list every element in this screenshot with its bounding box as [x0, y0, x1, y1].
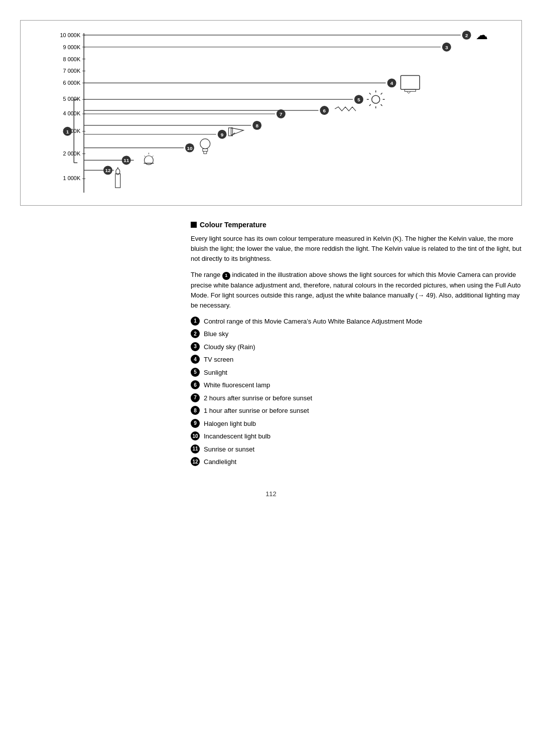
list-item: 2 Blue sky — [191, 329, 522, 339]
svg-text:12: 12 — [105, 168, 111, 173]
list-item: 6 White fluorescent lamp — [191, 380, 522, 390]
page-number: 112 — [20, 490, 522, 498]
section-title: Colour Temperature — [191, 221, 522, 229]
section-title-text: Colour Temperature — [200, 221, 266, 229]
item-num-10: 10 — [191, 431, 200, 440]
svg-text:1 000K: 1 000K — [63, 175, 81, 181]
svg-line-80 — [144, 156, 145, 157]
svg-line-51 — [369, 104, 371, 106]
section-title-square — [191, 222, 197, 228]
item-num-11: 11 — [191, 444, 200, 453]
svg-text:1: 1 — [66, 129, 69, 134]
svg-line-48 — [369, 93, 371, 94]
item-text-6: White fluorescent lamp — [204, 380, 522, 390]
svg-line-39 — [409, 91, 411, 93]
list-item: 9 Halogen light bulb — [191, 419, 522, 429]
svg-text:6 000K: 6 000K — [63, 80, 81, 86]
svg-text:11: 11 — [123, 158, 129, 163]
svg-text:7 000K: 7 000K — [63, 68, 81, 74]
item-text-11: Sunrise or sunset — [204, 444, 522, 455]
item-text-2: Blue sky — [204, 329, 522, 339]
svg-point-69 — [200, 139, 210, 149]
item-num-12: 12 — [191, 457, 200, 466]
svg-text:5: 5 — [357, 97, 360, 102]
svg-text:6: 6 — [323, 108, 326, 113]
content-section: Colour Temperature Every light source ha… — [20, 221, 522, 470]
item-num-6: 6 — [191, 380, 200, 389]
svg-text:3: 3 — [445, 45, 448, 50]
svg-text:10: 10 — [187, 145, 193, 151]
svg-line-38 — [406, 91, 409, 93]
svg-point-43 — [372, 95, 380, 103]
item-text-10: Incandescent light bulb — [204, 431, 522, 441]
svg-text:5 000K: 5 000K — [63, 96, 81, 102]
list-item: 11 Sunrise or sunset — [191, 444, 522, 455]
svg-text:☁: ☁ — [476, 28, 488, 42]
list-item: 7 2 hours after sunrise or before sunset — [191, 393, 522, 403]
svg-text:8 000K: 8 000K — [63, 56, 81, 62]
svg-text:2 000K: 2 000K — [63, 150, 81, 157]
colour-temp-diagram: 10 000K 9 000K 8 000K 7 000K 6 000K 5 00… — [26, 28, 516, 198]
svg-text:4: 4 — [390, 80, 393, 86]
items-list: 1 Control range of this Movie Camera’s A… — [191, 317, 522, 467]
list-item: 8 1 hour after sunrise or before sunset — [191, 406, 522, 416]
svg-text:7: 7 — [280, 111, 283, 117]
right-content: Colour Temperature Every light source ha… — [186, 221, 522, 470]
item-text-4: TV screen — [204, 355, 522, 365]
list-item: 5 Sunlight — [191, 368, 522, 378]
svg-line-49 — [381, 104, 382, 106]
item-text-5: Sunlight — [204, 368, 522, 378]
list-item: 10 Incandescent light bulb — [191, 431, 522, 441]
svg-rect-85 — [115, 174, 120, 188]
svg-text:10 000K: 10 000K — [60, 32, 81, 38]
page-container: 10 000K 9 000K 8 000K 7 000K 6 000K 5 00… — [0, 0, 542, 756]
item-text-12: Candlelight — [204, 457, 522, 467]
description-paragraph-1: Every light source has its own colour te… — [191, 234, 522, 264]
item-text-8: 1 hour after sunrise or before sunset — [204, 406, 522, 416]
list-item: 3 Cloudy sky (Rain) — [191, 342, 522, 352]
item-text-3: Cloudy sky (Rain) — [204, 342, 522, 352]
item-num-7: 7 — [191, 393, 200, 402]
list-item: 4 TV screen — [191, 355, 522, 365]
svg-rect-70 — [203, 149, 208, 152]
svg-marker-64 — [231, 128, 243, 135]
item-text-7: 2 hours after sunrise or before sunset — [204, 393, 522, 403]
item-num-2: 2 — [191, 329, 200, 338]
svg-rect-36 — [400, 75, 420, 89]
svg-text:4 000K: 4 000K — [63, 110, 81, 116]
inline-num-1: 1 — [222, 272, 230, 280]
left-spacer — [20, 221, 171, 470]
item-num-3: 3 — [191, 342, 200, 351]
diagram-section: 10 000K 9 000K 8 000K 7 000K 6 000K 5 00… — [20, 20, 522, 206]
svg-text:9 000K: 9 000K — [63, 44, 81, 50]
svg-text:2: 2 — [465, 33, 468, 38]
list-item: 1 Control range of this Movie Camera’s A… — [191, 317, 522, 327]
svg-line-50 — [381, 93, 382, 94]
item-text-9: Halogen light bulb — [204, 419, 522, 429]
item-num-9: 9 — [191, 419, 200, 428]
item-num-1: 1 — [191, 317, 200, 326]
list-item: 12 Candlelight — [191, 457, 522, 467]
description-paragraph-2: The range 1 indicated in the illustratio… — [191, 270, 522, 311]
svg-text:9: 9 — [221, 132, 224, 137]
item-num-8: 8 — [191, 406, 200, 415]
item-num-4: 4 — [191, 355, 200, 364]
svg-text:8: 8 — [255, 123, 258, 128]
item-num-5: 5 — [191, 368, 200, 377]
svg-line-81 — [152, 156, 153, 157]
item-text-1: Control range of this Movie Camera’s Aut… — [204, 317, 522, 327]
